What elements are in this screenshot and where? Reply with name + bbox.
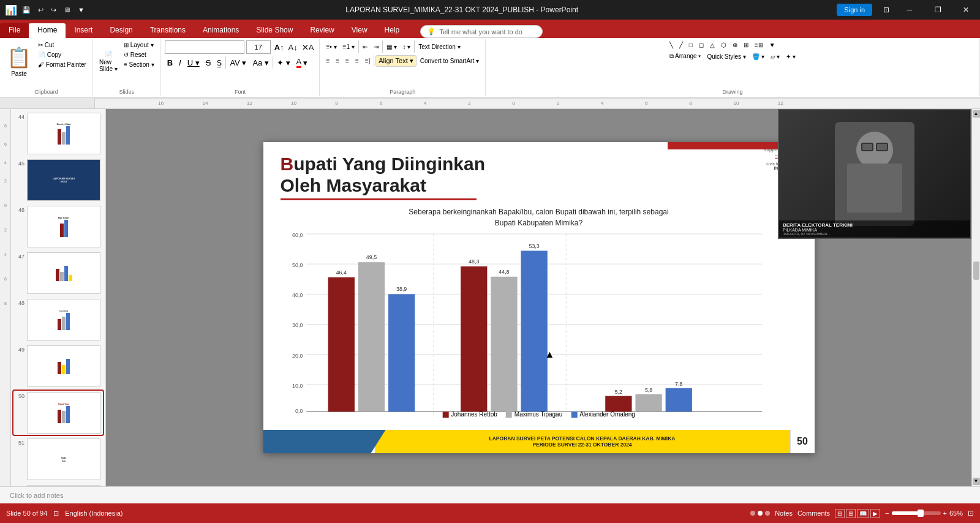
shape-button-7[interactable]: ⊕ [730,40,740,50]
nav-dot-2[interactable] [758,511,763,516]
notes-button[interactable]: Notes [775,510,793,517]
slide-thumb-49[interactable]: 49 [13,344,103,388]
italic-button[interactable]: I [176,57,184,69]
paste-button[interactable]: 📋 Paste [4,40,34,82]
shape-button-5[interactable]: △ [707,40,717,50]
tab-design[interactable]: Design [101,23,141,38]
zoom-thumb[interactable] [918,510,924,517]
present-button[interactable]: 🖥 [61,5,73,15]
tab-home[interactable]: Home [29,23,66,38]
decrease-indent-button[interactable]: ⇤ [360,42,370,51]
language-display[interactable]: English (Indonesia) [65,510,123,517]
zoom-control[interactable]: − + 65% [885,510,963,517]
underline-button[interactable]: U ▾ [185,57,202,69]
tab-insert[interactable]: Insert [66,23,101,38]
slide-thumb-45[interactable]: 45 LAPORAN SURVEI MIMIKA [13,158,103,202]
section-button[interactable]: ≡ Section ▾ [121,60,157,69]
font-color-button[interactable]: A ▾ [294,56,311,69]
line-spacing-button[interactable]: ↕ ▾ [401,42,413,51]
shape-button-8[interactable]: ⊞ [741,40,751,50]
slide-thumb-47[interactable]: 47 [13,251,103,295]
shape-button-6[interactable]: ⬡ [718,40,729,50]
format-painter-button[interactable]: 🖌 Format Painter [36,60,89,69]
text-direction-button[interactable]: Text Direction ▾ [416,42,462,51]
add-column-button[interactable]: ≡| [363,56,372,66]
increase-indent-button[interactable]: ⇥ [371,42,381,51]
align-left-button[interactable]: ≡ [323,56,332,66]
accessibility-icon[interactable]: ⊡ [53,510,59,517]
reading-view-button[interactable]: 📖 [857,509,869,518]
shape-button-3[interactable]: □ [687,40,695,50]
window-controls[interactable]: ─ ❐ ✕ [895,0,980,20]
redo-button[interactable]: ↪ [48,5,59,15]
fit-window-button[interactable]: ⊡ [968,509,974,517]
save-button[interactable]: 💾 [20,5,33,15]
shape-fill-button[interactable]: 🪣 ▾ [750,51,767,61]
slide-thumb-52[interactable]: 52 [13,484,103,486]
comments-button[interactable]: Comments [797,510,830,517]
highlight-color-button[interactable]: ✦ ▾ [274,57,293,69]
arrange-button[interactable]: ⧉ Arrange ▾ [667,51,704,61]
cut-button[interactable]: ✂ Cut [36,40,89,50]
bold-button[interactable]: B [165,57,175,69]
font-size-input[interactable]: 17 [246,40,271,54]
strikethrough-button[interactable]: S [203,57,214,69]
new-slide-button[interactable]: 📄 NewSlide ▾ [97,40,120,82]
clear-formatting-button[interactable]: ✕A [300,42,316,53]
shape-button-2[interactable]: ╱ [677,40,685,50]
convert-smartart-button[interactable]: Convert to SmartArt ▾ [418,56,481,66]
tab-help[interactable]: Help [376,23,409,38]
tab-transitions[interactable]: Transitions [141,23,194,38]
tab-review[interactable]: Review [301,23,342,38]
minimize-button[interactable]: ─ [895,0,924,20]
restore-icon[interactable]: ⊡ [880,6,893,14]
tell-me-input[interactable]: 💡 Tell me what you want to do [420,25,543,38]
font-name-input[interactable] [165,40,244,54]
nav-dot-3[interactable] [765,511,770,516]
slide-canvas-area[interactable]: Bupati Yang Diinginkan Oleh Masyarakat s… [106,109,971,486]
sign-in-button[interactable]: Sign in [837,4,872,16]
tab-animations[interactable]: Animations [194,23,247,38]
slideshow-button[interactable]: ▶ [870,509,880,518]
slide-canvas[interactable]: Bupati Yang Diinginkan Oleh Masyarakat s… [263,142,815,453]
bullets-button[interactable]: ≡• ▾ [323,42,339,51]
shape-button-4[interactable]: ◻ [696,40,706,50]
align-right-button[interactable]: ≡ [343,56,352,66]
justify-button[interactable]: ≡ [353,56,361,66]
copy-button[interactable]: 📄 Copy [36,50,89,59]
numbering-button[interactable]: ≡1 ▾ [341,42,357,51]
maximize-button[interactable]: ❐ [924,0,952,20]
shape-button-1[interactable]: ╲ [667,40,676,50]
layout-button[interactable]: ⊞ Layout ▾ [121,40,157,50]
slide-sorter-button[interactable]: ⊞ [846,509,856,518]
more-shapes-button[interactable]: ▼ [767,40,778,50]
decrease-font-button[interactable]: A↓ [287,42,300,53]
shape-button-9[interactable]: ≡⊞ [752,40,766,50]
columns-button[interactable]: ▦ ▾ [384,42,399,51]
slide-thumb-44[interactable]: 44 Survey Data [13,111,103,156]
scroll-thumb[interactable] [973,262,979,280]
zoom-in-button[interactable]: + [943,510,947,517]
notes-bar[interactable]: Click to add notes [0,486,980,503]
normal-view-button[interactable]: ⊟ [835,509,845,518]
shape-effects-button[interactable]: ✦ ▾ [783,51,798,61]
increase-font-button[interactable]: A↑ [273,42,286,53]
shape-outline-button[interactable]: ▱ ▾ [768,51,783,61]
char-spacing-button[interactable]: AV ▾ [227,57,249,69]
right-scrollbar[interactable]: ▲ ▼ [971,109,980,486]
tab-file[interactable]: File [0,23,29,38]
customize-button[interactable]: ▼ [75,5,87,15]
quick-access-toolbar[interactable]: 📊 💾 ↩ ↪ 🖥 ▼ [0,4,87,16]
tab-view[interactable]: View [343,23,376,38]
tab-slideshow[interactable]: Slide Show [247,23,301,38]
zoom-level[interactable]: 65% [949,510,963,517]
align-text-button[interactable]: Align Text ▾ [375,55,417,67]
slide-thumb-48[interactable]: 48 Chart Data [13,298,103,342]
shadow-button[interactable]: S̲ [214,57,224,69]
slide-thumb-50[interactable]: 50 Bupati Yang [13,391,103,435]
change-case-button[interactable]: Aa ▾ [250,57,271,69]
scroll-up-button[interactable]: ▲ [973,110,980,118]
slide-thumb-51[interactable]: 51 Sarka Data [13,437,103,481]
zoom-out-button[interactable]: − [885,510,889,517]
slide-thumb-46[interactable]: 46 Bar Chart [13,205,103,249]
